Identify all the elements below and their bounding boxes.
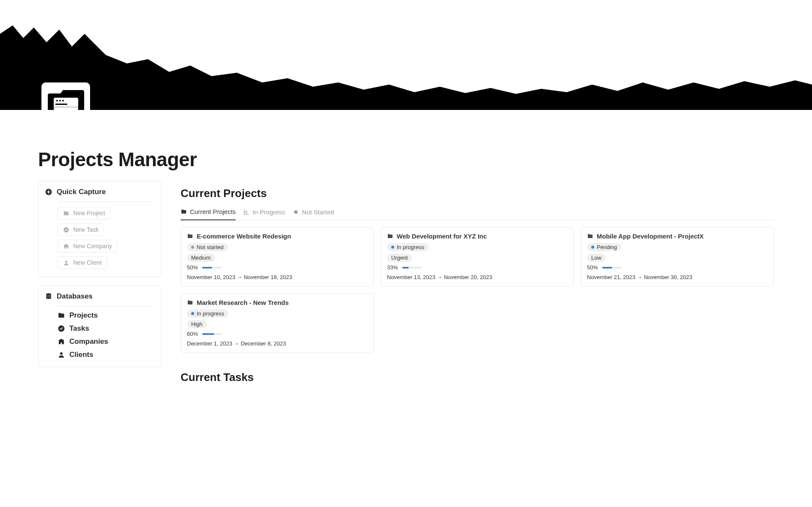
- status-dot: [391, 246, 394, 249]
- db-projects-label: Projects: [69, 311, 98, 320]
- databases-heading: Databases: [45, 292, 155, 301]
- sidebar: Quick Capture New Project New Task New C…: [38, 181, 162, 367]
- progress-fill: [602, 267, 612, 269]
- page-icon[interactable]: [41, 82, 90, 110]
- progress-label: 33%: [387, 264, 398, 271]
- current-projects-title: Current Projects: [181, 187, 774, 200]
- check-circle-icon: [63, 227, 69, 233]
- folder-icon: [181, 208, 187, 215]
- priority-pill: High: [187, 320, 207, 328]
- folder-icon: [187, 233, 193, 239]
- tab-not-started-label: Not Started: [302, 208, 334, 216]
- chart-icon: [243, 209, 250, 215]
- priority-text: Low: [591, 255, 601, 261]
- main-content: Current Projects Current Projects In Pro…: [181, 181, 774, 384]
- end-date: November 18, 2023: [244, 274, 292, 280]
- cover-mountain-art: [0, 0, 812, 110]
- new-project-button[interactable]: New Project: [58, 207, 110, 219]
- folder-icon: [387, 233, 393, 239]
- priority-pill: Medium: [187, 254, 215, 262]
- svg-point-1: [56, 100, 58, 101]
- databases-box: Databases Projects Tasks Companies: [38, 285, 162, 367]
- db-companies[interactable]: Companies: [58, 337, 155, 346]
- date-range: November 13, 2023 → November 20, 2023: [387, 274, 568, 280]
- progress-bar: [602, 267, 622, 269]
- person-icon: [58, 351, 65, 359]
- progress-bar: [402, 267, 422, 269]
- start-date: December 1, 2023: [187, 340, 232, 347]
- progress-bar: [202, 333, 222, 335]
- progress-label: 50%: [587, 264, 598, 271]
- new-task-label: New Task: [73, 226, 99, 233]
- svg-rect-4: [55, 104, 67, 105]
- new-company-label: New Company: [73, 243, 112, 249]
- quick-capture-box: Quick Capture New Project New Task New C…: [38, 181, 162, 277]
- progress-label: 60%: [187, 331, 198, 337]
- project-card-title: E-commerce Website Redesign: [187, 233, 368, 240]
- status-pill: In progress: [387, 243, 428, 251]
- end-date: November 30, 2023: [644, 274, 692, 280]
- priority-pill: Urgent: [387, 254, 412, 262]
- arrow-icon: →: [237, 274, 242, 280]
- project-card[interactable]: Market Research - New TrendsIn progressH…: [181, 293, 374, 353]
- progress-fill: [202, 333, 214, 335]
- start-date: November 21, 2023: [587, 274, 635, 280]
- priority-text: High: [191, 321, 203, 327]
- db-companies-label: Companies: [69, 337, 108, 346]
- projects-grid: E-commerce Website RedesignNot startedMe…: [181, 227, 774, 353]
- status-pill: Pending: [587, 243, 621, 251]
- current-tasks-title: Current Tasks: [181, 371, 774, 384]
- svg-rect-6: [60, 109, 70, 110]
- status-dot: [191, 246, 194, 249]
- new-project-label: New Project: [73, 210, 105, 217]
- project-card[interactable]: Mobile App Development - ProjectXPending…: [581, 227, 774, 287]
- svg-rect-14: [294, 211, 298, 214]
- quick-capture-heading: Quick Capture: [45, 188, 155, 196]
- status-text: Pending: [597, 244, 617, 250]
- arrow-icon: →: [437, 274, 442, 280]
- progress-row: 50%: [187, 264, 368, 271]
- tab-current-projects[interactable]: Current Projects: [181, 206, 236, 220]
- tab-not-started[interactable]: Not Started: [293, 206, 334, 220]
- project-card[interactable]: Web Development for XYZ IncIn progressUr…: [381, 227, 574, 287]
- db-tasks[interactable]: Tasks: [58, 324, 155, 333]
- progress-row: 33%: [387, 264, 568, 271]
- person-icon: [63, 260, 69, 266]
- svg-point-13: [60, 352, 63, 355]
- date-range: November 21, 2023 → November 30, 2023: [587, 274, 768, 280]
- new-client-button[interactable]: New Client: [58, 256, 107, 269]
- stop-icon: [293, 209, 299, 215]
- folder-icon: [587, 233, 593, 239]
- page-title: Projects Manager: [38, 148, 812, 171]
- project-card-title: Mobile App Development - ProjectX: [587, 233, 768, 240]
- project-name: Web Development for XYZ Inc: [397, 233, 487, 240]
- db-projects[interactable]: Projects: [58, 311, 155, 320]
- status-text: In progress: [397, 244, 424, 250]
- progress-bar: [202, 267, 222, 269]
- databases-label: Databases: [57, 292, 93, 301]
- plus-circle-icon: [45, 188, 52, 196]
- svg-point-9: [65, 260, 67, 263]
- priority-text: Medium: [191, 255, 211, 261]
- priority-pill: Low: [587, 254, 606, 262]
- new-task-button[interactable]: New Task: [58, 223, 104, 236]
- folder-icon: [63, 210, 69, 217]
- db-clients-label: Clients: [69, 351, 93, 359]
- progress-fill: [202, 267, 212, 269]
- tab-in-progress-label: In Progress: [252, 208, 285, 216]
- project-name: E-commerce Website Redesign: [197, 233, 291, 240]
- svg-point-12: [58, 326, 65, 332]
- project-name: Mobile App Development - ProjectX: [597, 233, 704, 240]
- project-name: Market Research - New Trends: [197, 299, 289, 306]
- date-range: December 1, 2023 → December 8, 2023: [187, 340, 368, 347]
- end-date: December 8, 2023: [241, 340, 286, 347]
- tab-in-progress[interactable]: In Progress: [243, 206, 285, 220]
- new-client-label: New Client: [73, 259, 102, 266]
- progress-label: 50%: [187, 264, 198, 271]
- project-card[interactable]: E-commerce Website RedesignNot startedMe…: [181, 227, 374, 287]
- arrow-icon: →: [234, 340, 239, 347]
- status-dot: [191, 312, 194, 315]
- cover: [0, 0, 812, 110]
- db-clients[interactable]: Clients: [58, 351, 155, 359]
- new-company-button[interactable]: New Company: [58, 240, 118, 252]
